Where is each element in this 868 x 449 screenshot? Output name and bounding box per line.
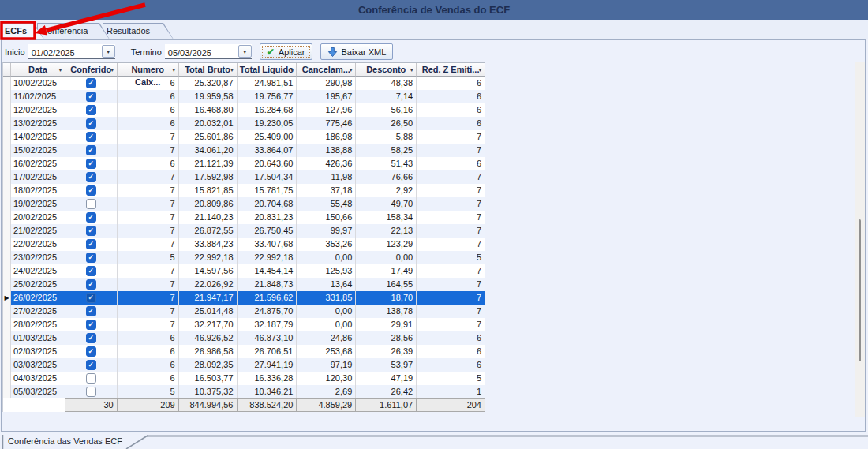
conferido-cell[interactable]: ✓ (65, 157, 118, 170)
table-cell[interactable]: 16.468,80 (179, 103, 238, 117)
table-row[interactable]: 28/02/2025✓732.217,7032.187,790,0029,917 (3, 318, 485, 331)
conferido-checkbox[interactable]: ✓ (86, 92, 96, 102)
conferido-cell[interactable] (65, 197, 118, 211)
table-cell[interactable]: 16.336,28 (238, 372, 297, 385)
conferido-cell[interactable]: ✓ (65, 238, 118, 251)
conferido-checkbox[interactable]: ✓ (86, 118, 96, 129)
column-header-7[interactable]: Desconto▼ (356, 63, 417, 77)
table-cell[interactable]: 29,91 (356, 318, 417, 331)
tab-resultados[interactable]: Resultados (103, 23, 174, 39)
table-cell[interactable]: 7 (118, 238, 179, 251)
table-cell[interactable]: 125,93 (297, 264, 356, 278)
table-cell[interactable]: 7 (118, 170, 179, 184)
conferido-checkbox[interactable]: ✓ (86, 226, 96, 236)
conferido-checkbox[interactable]: ✓ (86, 172, 96, 182)
conferido-checkbox[interactable] (86, 387, 96, 397)
conferido-cell[interactable]: ✓ (65, 305, 118, 318)
table-cell[interactable]: 25.409,00 (238, 130, 297, 144)
table-row[interactable]: 17/02/2025✓717.592,9817.504,3411,9876,66… (3, 170, 485, 184)
conferido-checkbox[interactable]: ✓ (86, 212, 96, 223)
table-cell[interactable]: 7 (118, 130, 179, 144)
table-cell[interactable]: 27.941,19 (238, 358, 297, 372)
table-cell[interactable]: 53,97 (356, 358, 417, 372)
date-cell[interactable]: 22/02/2025 (11, 238, 65, 251)
conferido-cell[interactable]: ✓ (65, 211, 118, 224)
table-cell[interactable]: 6 (118, 90, 179, 103)
table-cell[interactable]: 20.809,86 (179, 197, 238, 211)
table-cell[interactable]: 17,49 (356, 264, 417, 278)
table-cell[interactable]: 186,98 (297, 130, 356, 144)
column-header-3[interactable]: Numero Caix...▼ (118, 63, 179, 77)
table-cell[interactable]: 7 (417, 170, 485, 184)
date-cell[interactable]: 19/02/2025 (11, 197, 65, 211)
table-row[interactable]: 01/03/2025✓646.926,5246.873,1024,8628,56… (3, 331, 485, 345)
date-cell[interactable]: 10/02/2025 (11, 77, 65, 90)
table-cell[interactable]: 426,36 (297, 157, 356, 170)
date-cell[interactable]: 21/02/2025 (11, 224, 65, 238)
bottom-tab-conferencia-vendas[interactable]: Conferência das Vendas ECF (8, 436, 122, 446)
table-cell[interactable]: 123,29 (356, 238, 417, 251)
conferido-checkbox[interactable]: ✓ (86, 78, 96, 88)
table-row[interactable]: 15/02/2025✓734.061,2033.864,07138,8858,2… (3, 144, 485, 157)
table-row[interactable]: 02/03/2025✓626.986,5826.706,51253,6826,3… (3, 345, 485, 358)
table-cell[interactable]: 24.981,51 (238, 77, 297, 90)
table-cell[interactable]: 47,19 (356, 372, 417, 385)
conferido-cell[interactable]: ✓ (65, 318, 118, 331)
conferido-cell[interactable]: ✓ (65, 117, 118, 130)
tab-conferencia[interactable]: Conferencia (37, 23, 110, 39)
table-cell[interactable]: 6 (118, 103, 179, 117)
table-row[interactable]: 25/02/2025✓722.026,9221.848,7313,64164,5… (3, 278, 485, 291)
vertical-scrollbar-thumb[interactable] (859, 219, 861, 361)
date-cell[interactable]: 02/03/2025 (11, 345, 65, 358)
table-cell[interactable]: 32.187,79 (238, 318, 297, 331)
conferido-cell[interactable]: ✓ (65, 291, 118, 305)
table-cell[interactable]: 7 (417, 211, 485, 224)
table-cell[interactable]: 7 (417, 130, 485, 144)
table-cell[interactable]: 6 (417, 331, 485, 345)
table-cell[interactable]: 150,66 (297, 211, 356, 224)
table-cell[interactable]: 48,38 (356, 77, 417, 90)
table-cell[interactable]: 353,26 (297, 238, 356, 251)
conferido-cell[interactable]: ✓ (65, 170, 118, 184)
conferido-checkbox[interactable]: ✓ (86, 159, 96, 169)
column-dropdown-icon[interactable]: ▼ (110, 67, 115, 73)
table-cell[interactable]: 33.407,68 (238, 238, 297, 251)
table-cell[interactable]: 7 (118, 318, 179, 331)
table-row[interactable]: 20/02/2025✓721.140,2320.831,23150,66158,… (3, 211, 485, 224)
conferido-checkbox[interactable]: ✓ (86, 306, 96, 316)
table-row[interactable]: 10/02/2025✓625.320,8724.981,51290,9848,3… (3, 77, 485, 90)
conferido-cell[interactable] (65, 385, 118, 398)
table-cell[interactable]: 7 (118, 197, 179, 211)
date-cell[interactable]: 12/02/2025 (11, 103, 65, 117)
table-cell[interactable]: 6 (417, 157, 485, 170)
table-cell[interactable]: 15.781,75 (238, 184, 297, 197)
table-cell[interactable]: 22.992,18 (179, 251, 238, 264)
table-cell[interactable]: 16.284,68 (238, 103, 297, 117)
table-cell[interactable]: 2,92 (356, 184, 417, 197)
table-cell[interactable]: 0,00 (297, 305, 356, 318)
table-cell[interactable]: 7 (417, 238, 485, 251)
table-cell[interactable]: 6 (417, 345, 485, 358)
table-cell[interactable]: 7 (118, 291, 179, 305)
conferido-checkbox[interactable]: ✓ (86, 132, 96, 142)
table-cell[interactable]: 19.230,05 (238, 117, 297, 130)
table-cell[interactable]: 5 (118, 385, 179, 398)
table-cell[interactable]: 21.596,62 (238, 291, 297, 305)
conferido-cell[interactable]: ✓ (65, 144, 118, 157)
table-cell[interactable]: 25.014,48 (179, 305, 238, 318)
conferido-cell[interactable]: ✓ (65, 278, 118, 291)
table-cell[interactable]: 138,88 (297, 144, 356, 157)
table-row[interactable]: 22/02/2025✓733.884,2333.407,68353,26123,… (3, 238, 485, 251)
table-cell[interactable]: 120,30 (297, 372, 356, 385)
tab-ecfs[interactable]: ECFs (1, 23, 44, 39)
table-cell[interactable]: 21.121,39 (179, 157, 238, 170)
baixar-xml-button[interactable]: Baixar XML (320, 43, 394, 60)
table-cell[interactable]: 6 (118, 345, 179, 358)
table-cell[interactable]: 28,56 (356, 331, 417, 345)
table-cell[interactable]: 34.061,20 (179, 144, 238, 157)
table-cell[interactable]: 6 (417, 90, 485, 103)
table-cell[interactable]: 6 (118, 117, 179, 130)
table-cell[interactable]: 6 (118, 331, 179, 345)
table-cell[interactable]: 18,70 (356, 291, 417, 305)
conferido-cell[interactable]: ✓ (65, 224, 118, 238)
